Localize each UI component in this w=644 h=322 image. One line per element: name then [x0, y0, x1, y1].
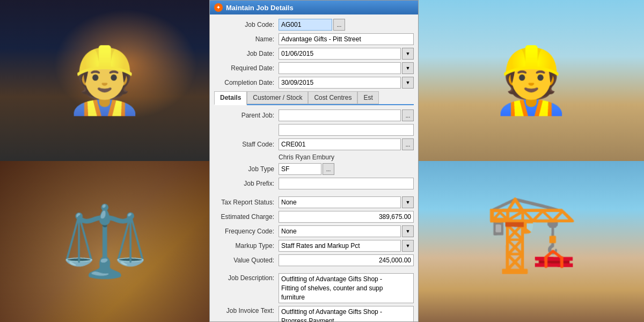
- tabs-row: Details Customer / Stock Cost Centres Es…: [214, 91, 414, 105]
- tab-customer-stock[interactable]: Customer / Stock: [247, 91, 308, 104]
- maintain-job-details-dialog: ✦ Maintain Job Details Job Code: ... Nam…: [209, 0, 419, 322]
- required-date-dropdown-button[interactable]: ▼: [402, 62, 414, 74]
- staff-code-row: Staff Code: ...: [214, 138, 414, 150]
- tax-report-row: Tax Report Status: ▼: [214, 196, 414, 208]
- tab-details[interactable]: Details: [214, 91, 247, 105]
- job-prefix-label: Job Prefix:: [214, 180, 279, 187]
- frequency-code-label: Frequency Code:: [214, 228, 279, 235]
- job-date-label: Job Date:: [214, 50, 279, 57]
- parent-job-label: Parent Job:: [214, 112, 279, 119]
- completion-date-label: Completion Date:: [214, 79, 279, 86]
- tax-report-select-wrapper: ▼: [279, 196, 414, 208]
- job-code-row: Job Code: ...: [214, 19, 414, 31]
- job-description-line1: Outfitting of Advantage Gifts Shop -: [281, 275, 411, 284]
- job-description-label: Job Description:: [214, 273, 279, 282]
- job-code-browse-button[interactable]: ...: [333, 19, 345, 31]
- staff-code-browse-button[interactable]: ...: [402, 138, 414, 150]
- parent-job-sub-input[interactable]: [279, 124, 414, 136]
- tab-cost-centres[interactable]: Cost Centres: [308, 91, 357, 104]
- tax-report-label: Tax Report Status:: [214, 199, 279, 206]
- required-date-row: Required Date: ▼: [214, 62, 414, 74]
- value-quoted-input[interactable]: [279, 254, 414, 266]
- markup-type-dropdown-button[interactable]: ▼: [402, 240, 414, 252]
- staff-code-label: Staff Code:: [214, 141, 279, 148]
- completion-date-input[interactable]: [279, 77, 401, 89]
- job-invoice-line1: Outfitting of Advantage Gifts Shop -: [281, 308, 411, 317]
- parent-job-browse-button[interactable]: ...: [402, 109, 414, 121]
- job-description-row: Job Description: Outfitting of Advantage…: [214, 273, 414, 303]
- dialog-title-icon: ✦: [214, 3, 223, 12]
- job-invoice-line2: Progress Payment: [281, 317, 411, 321]
- job-prefix-row: Job Prefix:: [214, 178, 414, 189]
- value-quoted-label: Value Quoted:: [214, 257, 279, 264]
- name-label: Name:: [214, 35, 279, 43]
- staff-name-display: Chris Ryan Embury: [279, 153, 414, 162]
- job-code-input[interactable]: [279, 19, 332, 31]
- frequency-code-input[interactable]: [279, 225, 401, 237]
- job-invoice-text-label: Job Invoice Text:: [214, 306, 279, 314]
- job-code-label: Job Code:: [214, 21, 279, 28]
- job-type-row: Job Type ...: [214, 163, 414, 175]
- job-description-line2: Fitting of shelves, counter and supp: [281, 284, 411, 293]
- required-date-label: Required Date:: [214, 64, 279, 72]
- estimated-charge-row: Estimated Charge:: [214, 211, 414, 223]
- staff-code-input[interactable]: [279, 138, 401, 150]
- job-date-input[interactable]: [279, 48, 401, 60]
- estimated-charge-label: Estimated Charge:: [214, 213, 279, 221]
- tax-report-dropdown-button[interactable]: ▼: [402, 196, 414, 208]
- required-date-input[interactable]: [279, 62, 401, 74]
- frequency-code-wrapper: ▼: [279, 225, 414, 237]
- job-invoice-text-row: Job Invoice Text: Outfitting of Advantag…: [214, 306, 414, 321]
- markup-type-row: Markup Type: ▼: [214, 240, 414, 252]
- dialog-body: Job Code: ... Name: Job Date: ▼ Required…: [210, 14, 418, 321]
- dialog-title: Maintain Job Details: [226, 4, 294, 12]
- job-date-dropdown-button[interactable]: ▼: [402, 48, 414, 60]
- job-type-input[interactable]: [279, 163, 321, 175]
- photo-machinist: [0, 0, 209, 161]
- job-invoice-text-textarea[interactable]: Outfitting of Advantage Gifts Shop - Pro…: [279, 306, 414, 321]
- markup-type-wrapper: ▼: [279, 240, 414, 252]
- name-row: Name:: [214, 33, 414, 45]
- parent-job-input[interactable]: [279, 109, 401, 121]
- estimated-charge-input[interactable]: [279, 211, 414, 223]
- tax-report-input[interactable]: [279, 196, 401, 208]
- name-input[interactable]: [279, 33, 414, 45]
- photo-construction-workers: [419, 0, 644, 161]
- photo-legal: [0, 161, 209, 322]
- job-description-line3: furniture: [281, 293, 411, 302]
- job-type-browse-button[interactable]: ...: [323, 163, 334, 175]
- job-description-textarea[interactable]: Outfitting of Advantage Gifts Shop - Fit…: [279, 273, 414, 303]
- markup-type-input[interactable]: [279, 240, 401, 252]
- completion-date-dropdown-button[interactable]: ▼: [402, 77, 414, 89]
- markup-type-label: Markup Type:: [214, 242, 279, 250]
- job-prefix-input[interactable]: [279, 178, 414, 189]
- dialog-titlebar: ✦ Maintain Job Details: [210, 1, 418, 14]
- value-quoted-row: Value Quoted:: [214, 254, 414, 266]
- frequency-code-row: Frequency Code: ▼: [214, 225, 414, 237]
- tab-est[interactable]: Est: [357, 91, 378, 104]
- job-type-label: Job Type: [214, 165, 279, 173]
- parent-job-sub-row: [214, 124, 414, 136]
- job-date-row: Job Date: ▼: [214, 48, 414, 60]
- photo-excavator: [419, 161, 644, 322]
- parent-job-row: Parent Job: ...: [214, 109, 414, 121]
- frequency-code-dropdown-button[interactable]: ▼: [402, 225, 414, 237]
- completion-date-row: Completion Date: ▼: [214, 77, 414, 89]
